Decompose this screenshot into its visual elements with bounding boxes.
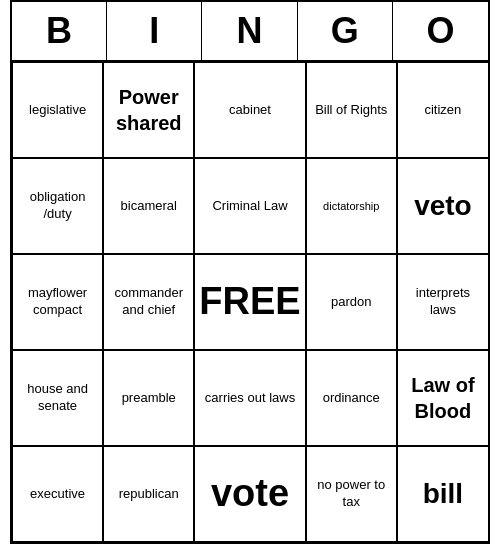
bingo-cell-3: Bill of Rights	[306, 62, 397, 158]
bingo-cell-1: Power shared	[103, 62, 194, 158]
bingo-header: BINGO	[12, 2, 488, 62]
bingo-cell-0: legislative	[12, 62, 103, 158]
header-letter-g: G	[298, 2, 393, 60]
bingo-cell-15: house and senate	[12, 350, 103, 446]
bingo-cell-8: dictatorship	[306, 158, 397, 254]
bingo-cell-22: vote	[194, 446, 305, 542]
bingo-cell-4: citizen	[397, 62, 488, 158]
bingo-cell-19: Law of Blood	[397, 350, 488, 446]
bingo-cell-20: executive	[12, 446, 103, 542]
bingo-cell-7: Criminal Law	[194, 158, 305, 254]
bingo-cell-2: cabinet	[194, 62, 305, 158]
header-letter-n: N	[202, 2, 297, 60]
bingo-cell-13: pardon	[306, 254, 397, 350]
bingo-cell-11: commander and chief	[103, 254, 194, 350]
bingo-cell-6: bicameral	[103, 158, 194, 254]
bingo-cell-21: republican	[103, 446, 194, 542]
bingo-cell-18: ordinance	[306, 350, 397, 446]
bingo-grid: legislativePower sharedcabinetBill of Ri…	[12, 62, 488, 542]
bingo-cell-17: carries out laws	[194, 350, 305, 446]
bingo-cell-16: preamble	[103, 350, 194, 446]
header-letter-i: I	[107, 2, 202, 60]
bingo-card: BINGO legislativePower sharedcabinetBill…	[10, 0, 490, 544]
bingo-cell-14: interprets laws	[397, 254, 488, 350]
bingo-cell-9: veto	[397, 158, 488, 254]
bingo-cell-23: no power to tax	[306, 446, 397, 542]
bingo-cell-10: mayflower compact	[12, 254, 103, 350]
header-letter-o: O	[393, 2, 488, 60]
bingo-cell-5: obligation /duty	[12, 158, 103, 254]
bingo-cell-24: bill	[397, 446, 488, 542]
bingo-cell-12: FREE	[194, 254, 305, 350]
header-letter-b: B	[12, 2, 107, 60]
